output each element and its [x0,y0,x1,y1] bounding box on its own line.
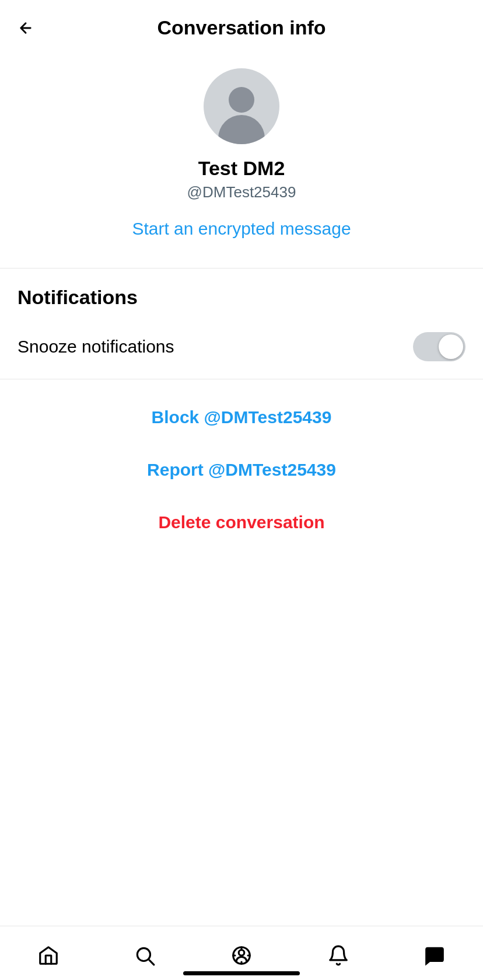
avatar-head [229,87,254,113]
nav-home-button[interactable] [23,937,74,974]
snooze-label: Snooze notifications [18,337,174,357]
home-indicator [183,971,300,975]
nav-messages-button[interactable] [409,937,460,974]
display-name: Test DM2 [198,157,285,180]
svg-point-0 [138,948,150,961]
avatar [204,68,279,144]
spaces-icon [228,941,256,969]
home-icon [34,941,62,969]
snooze-notifications-row: Snooze notifications [18,326,466,367]
back-button[interactable] [18,20,34,36]
username: @DMTest25439 [187,183,296,201]
encrypted-message-link[interactable]: Start an encrypted message [132,219,351,239]
messages-icon [421,941,449,969]
header: Conversation info [0,0,483,51]
page-title: Conversation info [157,16,326,39]
report-link[interactable]: Report @DMTest25439 [18,444,466,496]
notifications-section: Notifications Snooze notifications [0,268,483,379]
nav-search-button[interactable] [119,937,170,974]
snooze-toggle[interactable] [413,332,466,361]
delete-conversation-link[interactable]: Delete conversation [18,496,466,549]
notifications-icon [324,941,352,969]
svg-line-1 [149,960,154,965]
profile-section: Test DM2 @DMTest25439 Start an encrypted… [0,51,483,268]
block-link[interactable]: Block @DMTest25439 [18,391,466,444]
notifications-title: Notifications [18,286,466,309]
actions-section: Block @DMTest25439 Report @DMTest25439 D… [0,379,483,560]
avatar-figure [204,68,279,144]
svg-point-3 [239,950,244,956]
avatar-body [218,115,265,144]
nav-spaces-button[interactable] [216,937,267,974]
search-icon [131,941,159,969]
toggle-knob [439,334,463,359]
nav-notifications-button[interactable] [313,937,364,974]
